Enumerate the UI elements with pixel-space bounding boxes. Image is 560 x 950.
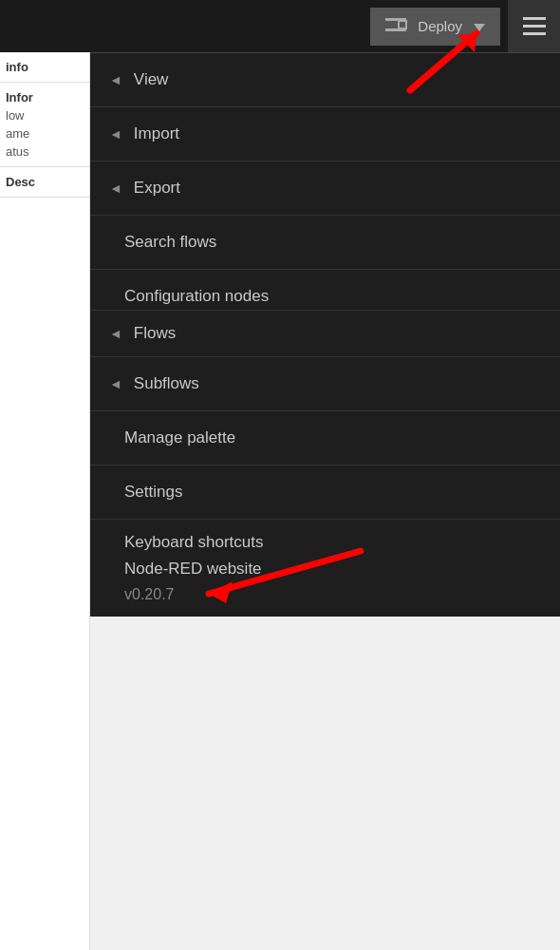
menu-item-manage-palette[interactable]: Manage palette bbox=[90, 411, 560, 466]
svg-rect-2 bbox=[399, 21, 406, 28]
sidebar-info-section: info bbox=[0, 52, 89, 83]
menu-item-view-label: View bbox=[134, 70, 169, 89]
arrow-left-icon-export: ◄ bbox=[109, 180, 122, 196]
arrow-left-icon-view: ◄ bbox=[109, 72, 122, 87]
arrow-left-icon-flows: ◄ bbox=[109, 326, 122, 341]
menu-item-export-label: Export bbox=[134, 179, 180, 198]
arrow-left-icon-subflows: ◄ bbox=[109, 376, 122, 391]
menu-item-search-flows-label: Search flows bbox=[124, 233, 216, 252]
sidebar-status-label: atus bbox=[6, 144, 84, 159]
deploy-button[interactable]: Deploy bbox=[370, 8, 500, 46]
chevron-down-icon bbox=[474, 18, 485, 34]
sidebar-name-label: ame bbox=[6, 126, 84, 141]
sidebar-info-label: info bbox=[6, 60, 84, 74]
menu-item-search-flows[interactable]: Search flows bbox=[90, 216, 560, 270]
menu-item-import-label: Import bbox=[134, 124, 179, 143]
left-sidebar: info Infor low ame atus Desc bbox=[0, 52, 90, 950]
menu-item-subflows[interactable]: ◄ Subflows bbox=[90, 357, 560, 411]
menu-item-settings[interactable]: Settings bbox=[90, 466, 560, 520]
menu-item-subflows-label: Subflows bbox=[134, 374, 199, 393]
sidebar-infor-label: Infor bbox=[6, 90, 84, 104]
menu-item-configuration-nodes[interactable]: Configuration nodes bbox=[90, 270, 560, 310]
version-text: v0.20.7 bbox=[124, 586, 174, 602]
sidebar-flow-label: low bbox=[6, 108, 84, 123]
hamburger-line-2 bbox=[523, 25, 546, 28]
sidebar-desc-label: Desc bbox=[6, 175, 84, 189]
top-bar: Deploy bbox=[0, 0, 560, 52]
menu-item-configuration-nodes-label: Configuration nodes bbox=[124, 287, 269, 306]
menu-footer: Keyboard shortcuts Node-RED website v0.2… bbox=[90, 520, 560, 617]
menu-item-manage-palette-label: Manage palette bbox=[124, 428, 235, 447]
hamburger-line-1 bbox=[523, 17, 546, 20]
menu-item-export[interactable]: ◄ Export bbox=[90, 162, 560, 216]
menu-item-import[interactable]: ◄ Import bbox=[90, 107, 560, 162]
menu-item-keyboard-shortcuts[interactable]: Keyboard shortcuts bbox=[124, 533, 541, 552]
svg-marker-3 bbox=[474, 24, 485, 31]
deploy-icon bbox=[385, 16, 410, 36]
menu-item-view[interactable]: ◄ View bbox=[90, 53, 560, 107]
deploy-label: Deploy bbox=[418, 18, 462, 34]
sidebar-infor-section: Infor low ame atus bbox=[0, 83, 89, 167]
menu-item-node-red-website[interactable]: Node-RED website bbox=[124, 560, 541, 579]
arrow-left-icon-import: ◄ bbox=[109, 126, 122, 142]
hamburger-menu-button[interactable] bbox=[508, 0, 560, 52]
menu-item-flows[interactable]: ◄ Flows bbox=[90, 310, 560, 357]
dropdown-menu: ◄ View ◄ Import ◄ Export Search flows Co… bbox=[90, 52, 560, 617]
menu-item-settings-label: Settings bbox=[124, 483, 182, 502]
hamburger-line-3 bbox=[523, 32, 546, 35]
menu-item-flows-label: Flows bbox=[134, 324, 176, 343]
sidebar-desc-section: Desc bbox=[0, 167, 89, 198]
